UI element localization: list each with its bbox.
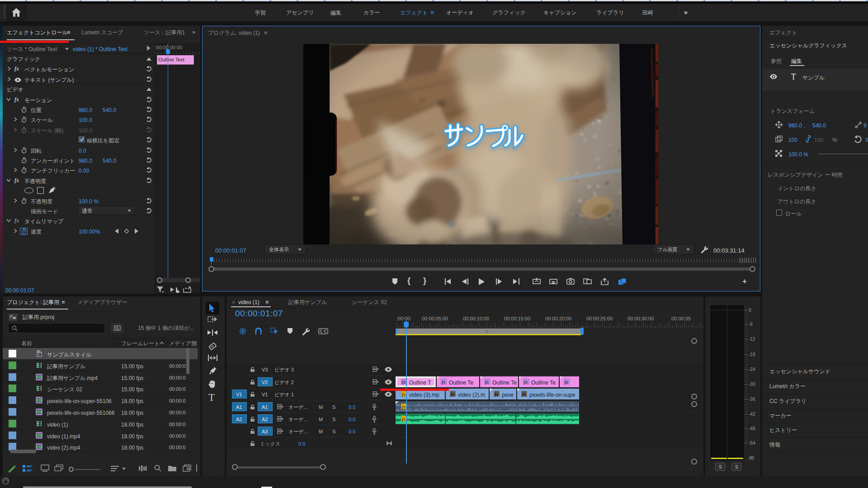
svg-text:Pr: Pr [38,353,40,356]
